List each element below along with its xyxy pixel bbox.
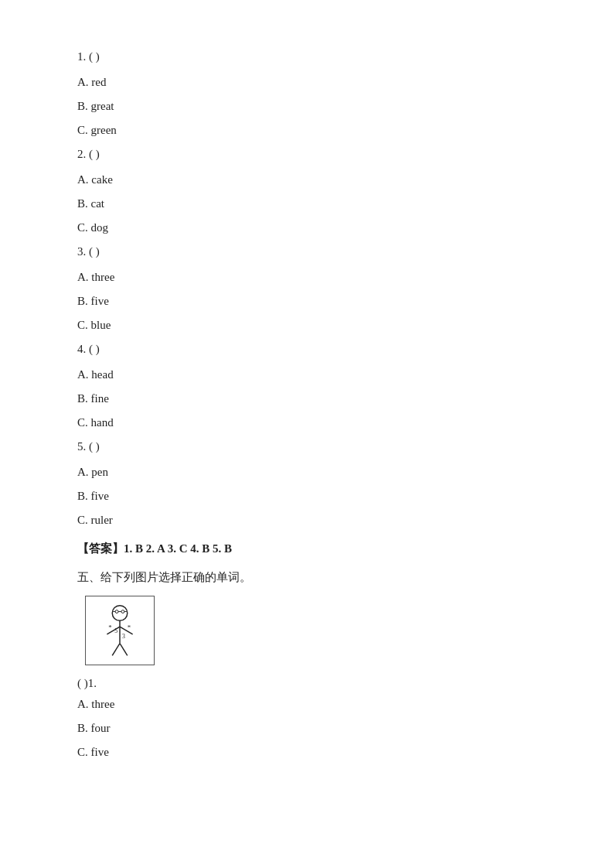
section-q1-paren: ( )1. xyxy=(77,673,536,694)
section-option-2: B. four xyxy=(77,718,536,739)
option-1-2: B. great xyxy=(77,96,536,117)
question-line-5: 5. ( ) xyxy=(77,436,536,457)
option-1-1: A. red xyxy=(77,72,536,93)
option-2-3: C. dog xyxy=(77,217,536,238)
question-block-3: 3. ( )A. threeB. fiveC. blue xyxy=(77,241,536,336)
svg-point-2 xyxy=(121,610,124,613)
option-4-3: C. hand xyxy=(77,412,536,433)
option-5-1: A. pen xyxy=(77,462,536,483)
svg-text:5: 5 xyxy=(114,627,117,634)
section-option-3: C. five xyxy=(77,742,536,763)
option-3-2: B. five xyxy=(77,291,536,312)
question-image: 5 3 * * xyxy=(85,596,155,665)
option-5-3: C. ruler xyxy=(77,510,536,531)
question-block-4: 4. ( )A. headB. fineC. hand xyxy=(77,339,536,433)
svg-text:*: * xyxy=(128,624,131,631)
option-1-3: C. green xyxy=(77,120,536,141)
option-3-3: C. blue xyxy=(77,315,536,336)
question-line-3: 3. ( ) xyxy=(77,241,536,262)
svg-text:*: * xyxy=(108,624,111,631)
svg-point-1 xyxy=(115,610,118,613)
option-5-2: B. five xyxy=(77,486,536,507)
question-block-5: 5. ( )A. penB. fiveC. ruler xyxy=(77,436,536,531)
question-line-2: 2. ( ) xyxy=(77,144,536,165)
option-4-2: B. fine xyxy=(77,388,536,409)
question-line-1: 1. ( ) xyxy=(77,46,536,67)
section-title: 五、给下列图片选择正确的单词。 xyxy=(77,567,536,588)
answer-line: 【答案】1. B 2. A 3. C 4. B 5. B xyxy=(77,538,536,559)
question-line-4: 4. ( ) xyxy=(77,339,536,360)
question-block-1: 1. ( )A. redB. greatC. green xyxy=(77,46,536,141)
question-block-2: 2. ( )A. cakeB. catC. dog xyxy=(77,144,536,238)
svg-text:3: 3 xyxy=(122,633,125,640)
svg-line-10 xyxy=(120,644,128,656)
svg-point-0 xyxy=(112,606,128,621)
section-option-1: A. three xyxy=(77,694,536,715)
option-4-1: A. head xyxy=(77,364,536,385)
option-2-1: A. cake xyxy=(77,169,536,190)
option-3-1: A. three xyxy=(77,267,536,288)
option-2-2: B. cat xyxy=(77,193,536,214)
svg-line-9 xyxy=(112,644,120,656)
